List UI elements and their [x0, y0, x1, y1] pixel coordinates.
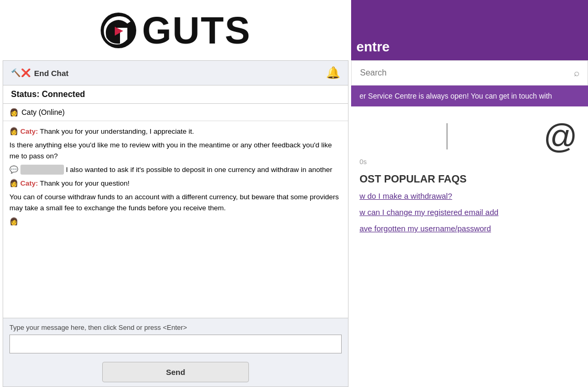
faq-link-1[interactable]: w do I make a withdrawal?	[360, 191, 580, 200]
msg-text-4: Thank you for your question!	[40, 179, 129, 187]
agent-icon-1: 👩	[9, 127, 20, 135]
service-banner-text: er Service Centre is always open! You ca…	[360, 92, 552, 100]
agent-name-1: Caty:	[20, 127, 38, 135]
user-icon-1: 💬	[9, 166, 20, 174]
msg-text-1: Thank you for your understanding, I appr…	[40, 127, 194, 135]
message-5: You can of course withdraw funds to an a…	[9, 192, 342, 213]
status-bar: Status: Connected	[3, 85, 348, 104]
faq-link-2[interactable]: w can I change my registered email add	[360, 208, 580, 217]
os-label: 0s	[351, 156, 588, 168]
typing-indicator: 👩	[9, 217, 342, 227]
user-name-blurred: Toms Davidd	[20, 165, 64, 175]
message-2: Is there anything else you'd like me to …	[9, 140, 342, 162]
agent-icon-2: 👩	[9, 179, 20, 187]
agent-icon-3: 👩	[9, 218, 18, 225]
msg-text-3: I also wanted to ask if it's possible to…	[66, 166, 332, 174]
search-icon: ⌕	[574, 68, 580, 79]
end-chat-button[interactable]: 🔨❌ End Chat	[11, 68, 69, 78]
chat-input-area: Type your message here, then click Send …	[3, 318, 348, 357]
end-chat-label: End Chat	[34, 69, 69, 78]
search-input[interactable]	[360, 68, 557, 78]
logo-text: GUTS	[142, 9, 251, 52]
send-button[interactable]: Send	[102, 362, 249, 382]
chat-header: 🔨❌ End Chat 🔔	[3, 61, 348, 85]
input-hint: Type your message here, then click Send …	[9, 324, 342, 331]
end-chat-icon: 🔨❌	[11, 68, 31, 78]
message-1: 👩 Caty: Thank you for your understanding…	[9, 126, 342, 137]
right-panel: entre ⌕ er Service Centre is always open…	[351, 0, 588, 387]
right-top-bar: entre	[351, 0, 588, 60]
at-area: @	[351, 106, 588, 156]
guts-g-icon	[100, 12, 137, 49]
status-label: Status: Connected	[11, 90, 85, 99]
msg-text-2: Is there anything else you'd like me to …	[9, 141, 332, 159]
chat-container: 🔨❌ End Chat 🔔 Status: Connected 👩 Caty (…	[3, 60, 349, 387]
at-icon: @	[543, 117, 578, 156]
faq-link-3[interactable]: ave forgotten my username/password	[360, 224, 580, 233]
search-bar-container: ⌕	[351, 60, 588, 85]
agent-name-2: Caty:	[20, 179, 38, 187]
logo-area: GUTS	[0, 0, 351, 60]
right-panel-title: entre	[356, 39, 390, 55]
service-banner: er Service Centre is always open! You ca…	[351, 85, 588, 106]
chat-messages: 👩 Caty: Thank you for your understanding…	[3, 121, 348, 318]
agent-row: 👩 Caty (Online)	[3, 104, 348, 121]
sound-icon[interactable]: 🔔	[326, 66, 340, 80]
msg-text-5: You can of course withdraw funds to an a…	[9, 193, 339, 211]
message-3: 💬 Toms Davidd I also wanted to ask if it…	[9, 165, 342, 175]
agent-name: Caty (Online)	[21, 108, 64, 116]
vertical-divider	[447, 123, 448, 149]
popular-faqs-section: OST POPULAR FAQS w do I make a withdrawa…	[351, 168, 588, 245]
chat-panel: GUTS 🔨❌ End Chat 🔔 Status: Connected 👩 C…	[0, 0, 351, 387]
message-4: 👩 Caty: Thank you for your question!	[9, 178, 342, 189]
agent-avatar-icon: 👩	[9, 108, 18, 116]
send-btn-row: Send	[3, 357, 348, 386]
popular-faqs-title: OST POPULAR FAQS	[360, 173, 580, 185]
message-input[interactable]	[9, 335, 342, 353]
